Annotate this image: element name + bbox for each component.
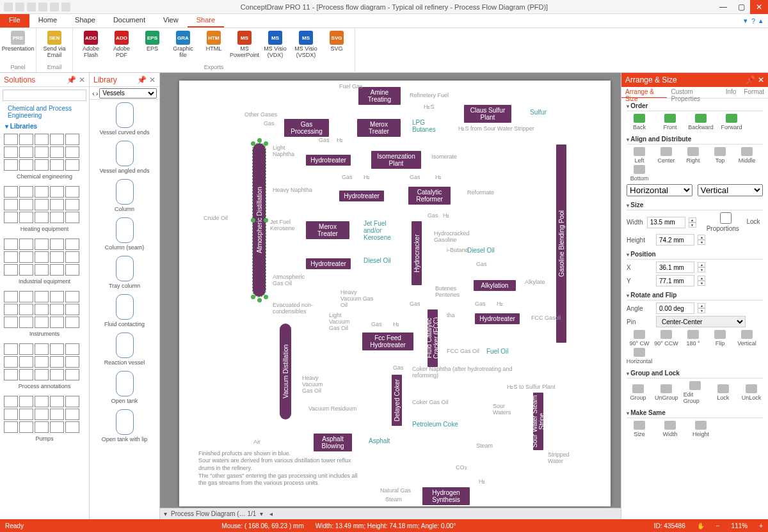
drawing-page[interactable]: Atmospheric Distillation Vacuum Distilla…	[179, 81, 611, 506]
lib-fluid-contacting[interactable]: Fluid contacting	[92, 294, 157, 327]
tab-share[interactable]: Share	[188, 14, 224, 27]
stencil-shape[interactable]	[65, 317, 79, 328]
stencil-shape[interactable]	[65, 251, 79, 263]
node-alkyl[interactable]: Alkylation	[474, 280, 516, 291]
node-gasproc[interactable]: Gas Processing	[284, 119, 329, 137]
node-hydrocracker[interactable]: Hydrocracker	[412, 221, 422, 285]
stencil-shape[interactable]	[4, 199, 18, 210]
lib-tray-column[interactable]: Tray column	[92, 256, 157, 289]
stencil-shape[interactable]	[65, 396, 79, 407]
btn-middle[interactable]: Middle	[734, 147, 760, 164]
node-asphalt[interactable]: Asphalt Blowing	[314, 434, 352, 451]
stencil-shape[interactable]	[4, 369, 18, 380]
node-hydro1[interactable]: Hydrotreater	[306, 155, 351, 166]
btn-width[interactable]: Width	[657, 421, 683, 437]
stencil-shape[interactable]	[50, 369, 64, 380]
stencil-shape[interactable]	[35, 356, 49, 368]
dropdown-icon[interactable]: ▾	[744, 17, 748, 25]
lib-open-tank-with-lip[interactable]: Open tank with lip	[92, 409, 157, 442]
library-select[interactable]: Vessels	[99, 88, 157, 98]
btn-front[interactable]: Front	[657, 114, 683, 130]
pin-select[interactable]: Center-Center	[656, 316, 746, 327]
lib-vessel-curved-ends[interactable]: Vessel curved ends	[92, 102, 157, 136]
btn-forward[interactable]: Forward	[719, 114, 744, 130]
stencil-shape[interactable]	[4, 421, 18, 433]
stencil-shape[interactable]	[50, 134, 64, 145]
lib-open-tank[interactable]: Open tank	[92, 371, 157, 404]
zoom-out[interactable]: −	[716, 522, 720, 529]
stencil-shape[interactable]	[4, 134, 18, 145]
same-header[interactable]: Make Same	[627, 408, 763, 418]
angle-input[interactable]	[656, 302, 694, 314]
stencil-shape[interactable]	[4, 212, 18, 223]
lock-proportions[interactable]	[707, 212, 745, 224]
ribbon-eps[interactable]: EPSEPS	[138, 29, 166, 64]
close-icon[interactable]: ✕	[149, 75, 156, 84]
stencil-shape[interactable]	[4, 343, 18, 355]
node-gasoline-pool[interactable]: Gasoline Blending Pool	[556, 145, 566, 343]
tab-shape[interactable]: Shape	[66, 14, 104, 27]
stencil-shape[interactable]	[50, 212, 64, 223]
stencil-shape[interactable]	[50, 304, 64, 315]
stencil-shape[interactable]	[35, 134, 49, 145]
node-merox1[interactable]: Merox Treater	[357, 119, 401, 137]
stencil-shape[interactable]	[35, 239, 49, 250]
tab-document[interactable]: Document	[104, 14, 154, 27]
stencil-shape[interactable]	[4, 396, 18, 407]
stencil-shape[interactable]	[4, 186, 18, 198]
btn-size[interactable]: Size	[627, 421, 652, 437]
size-header[interactable]: Size	[627, 200, 763, 210]
stencil-shape[interactable]	[35, 369, 49, 380]
ptab-custom[interactable]: Custom Properties	[667, 87, 721, 98]
stencil-shape[interactable]	[50, 343, 64, 355]
stencil-shape[interactable]	[35, 421, 49, 433]
qat-icon[interactable]	[38, 3, 47, 12]
stencil-shape[interactable]	[65, 264, 79, 276]
ribbon-html[interactable]: HTMHTML	[200, 29, 228, 64]
btn-back[interactable]: Back	[627, 114, 652, 130]
stencil-shape[interactable]	[19, 146, 33, 158]
stencil-shape[interactable]	[50, 199, 64, 210]
height-input[interactable]	[656, 234, 694, 246]
stencil-shape[interactable]	[35, 343, 49, 355]
ribbon-presentation[interactable]: PREPresentation	[4, 29, 32, 64]
btn--[interactable]: 180 °	[680, 330, 706, 347]
stencil-shape[interactable]	[19, 134, 33, 145]
stencil-shape[interactable]	[50, 396, 64, 407]
node-claus[interactable]: Claus Sulfur Plant	[464, 105, 511, 123]
btn-horizontal[interactable]: Horizontal	[627, 348, 652, 364]
file-tab[interactable]: File	[0, 14, 29, 27]
pan-icon[interactable]: ✋	[697, 522, 705, 529]
node-hsynth[interactable]: Hydrogen Synthesis	[422, 487, 470, 505]
node-delayed[interactable]: Delayed Coker	[392, 375, 402, 426]
stencil-shape[interactable]	[19, 409, 33, 420]
stencil-shape[interactable]	[19, 264, 33, 276]
btn-backward[interactable]: Backward	[688, 114, 714, 130]
stencil-shape[interactable]	[19, 304, 33, 315]
stencil-shape[interactable]	[19, 356, 33, 368]
node-catref[interactable]: Catalytic Reformer	[408, 187, 451, 205]
node-hydro3[interactable]: Hydrotreater	[306, 258, 351, 269]
stencil-shape[interactable]	[4, 146, 18, 158]
stencil-shape[interactable]	[4, 159, 18, 171]
btn-top[interactable]: Top	[707, 147, 733, 164]
btn-ungroup[interactable]: UnGroup	[655, 384, 678, 401]
stencil-shape[interactable]	[50, 159, 64, 171]
node-merox2[interactable]: Merox Treater	[306, 221, 349, 239]
stencil-shape[interactable]	[19, 421, 33, 433]
stencil-shape[interactable]	[4, 317, 18, 328]
node-amine[interactable]: Amine Treating	[358, 87, 401, 105]
stencil-shape[interactable]	[35, 409, 49, 420]
stencil-shape[interactable]	[35, 317, 49, 328]
up-icon[interactable]: ▴	[759, 17, 763, 25]
stencil-shape[interactable]	[4, 304, 18, 315]
nav-fwd-icon[interactable]: ›	[96, 90, 99, 97]
tab-view[interactable]: View	[154, 14, 188, 27]
pin-icon[interactable]: 📌	[67, 75, 76, 84]
canvas-area[interactable]: Atmospheric Distillation Vacuum Distilla…	[160, 73, 621, 519]
btn-height[interactable]: Height	[688, 421, 714, 437]
lib-column[interactable]: Column	[92, 179, 157, 212]
solutions-search[interactable]	[3, 90, 86, 101]
stencil-shape[interactable]	[65, 212, 79, 223]
stencil-shape[interactable]	[65, 146, 79, 158]
